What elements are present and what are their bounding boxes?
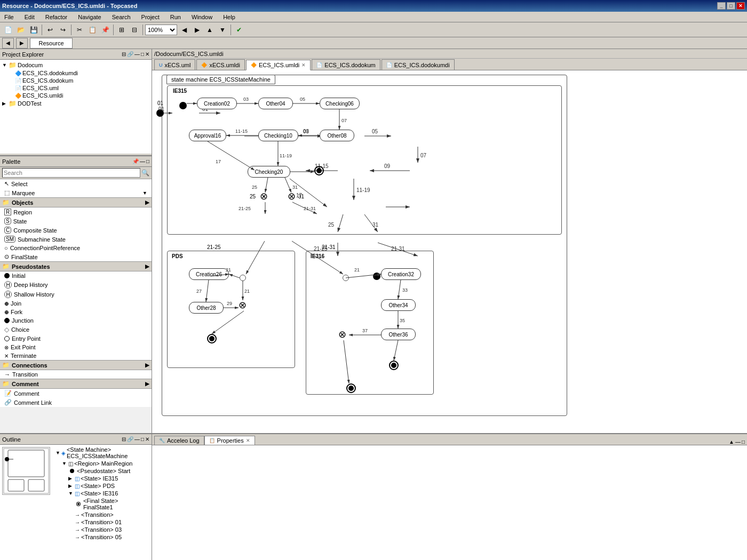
palette-section-pseudostates[interactable]: 📁 Pseudostates ▶ — [0, 261, 152, 271]
tree-item-ecs-dodokumdi[interactable]: 🔷 ECS_ICS.dodokumdi — [6, 69, 152, 77]
tree-item-ecs-umldi[interactable]: 🔶 ECS_ICS.umldi — [6, 92, 152, 99]
acceleo-log-tab[interactable]: 🔧 Acceleo Log — [154, 436, 204, 445]
state-checking06[interactable]: Checking06 — [320, 98, 360, 109]
palette-item-comment-link[interactable]: 🔗 Comment Link — [0, 398, 152, 407]
zoom-reset-button[interactable]: ▼ — [217, 24, 228, 36]
pe-maximize[interactable]: □ — [141, 51, 144, 57]
state-checking10[interactable]: Checking10 — [258, 130, 298, 141]
tab-ecs-ics-umldi[interactable]: 🔶 ECS_ICS.umldi ✕ — [246, 60, 311, 70]
outline-minimize[interactable]: — — [134, 436, 140, 442]
tree-finalstate1[interactable]: <Final State> FinalState1 — [73, 497, 150, 511]
pe-minimize[interactable]: — — [134, 51, 140, 57]
palette-item-connection-point[interactable]: ○ ConnectionPointReference — [0, 244, 152, 252]
tab-close-icon[interactable]: ✕ — [301, 62, 306, 68]
tree-item-ecs-dodokum[interactable]: 📄 ECS_ICS.dodokum — [6, 77, 152, 84]
redo-button[interactable]: ↪ — [57, 24, 69, 36]
paste-button[interactable]: 📌 — [99, 24, 111, 36]
minimize-button[interactable]: _ — [717, 2, 726, 10]
new-button[interactable]: 📄 — [2, 24, 14, 36]
title-bar-controls[interactable]: _ □ ✕ — [717, 2, 745, 10]
close-button[interactable]: ✕ — [736, 2, 745, 10]
state-other08[interactable]: Other08 — [320, 130, 354, 141]
tab-ecs-dodokum[interactable]: 📄 ECS_ICS.dodokum — [312, 59, 380, 70]
menu-file[interactable]: File — [2, 13, 16, 21]
tab-ecs-dodokumdi[interactable]: 📄 ECS_ICS.dodokumdi — [382, 59, 455, 70]
nav-back[interactable]: ◀ — [2, 38, 14, 49]
tree-transition-01[interactable]: → <Transition> 01 — [73, 518, 150, 526]
outline-close[interactable]: ✕ — [145, 436, 149, 442]
palette-minimize[interactable]: — — [140, 158, 145, 164]
palette-pin[interactable]: 📌 — [132, 158, 139, 164]
palette-item-transition[interactable]: → Transition — [0, 370, 152, 379]
resource-label[interactable]: Resource — [30, 38, 73, 49]
open-button[interactable]: 📂 — [15, 24, 27, 36]
tree-item-dodtest[interactable]: ▶ 📁 DODTest — [0, 99, 152, 108]
align-button[interactable]: ⊞ — [116, 24, 128, 36]
cut-button[interactable]: ✂ — [74, 24, 85, 36]
tab-xecs-umldi[interactable]: 🔶 xECS.umldi — [196, 59, 244, 70]
tree-region[interactable]: ▼ ◫ <Region> MainRegion — [60, 460, 150, 467]
tree-state-ie316[interactable]: ▼ ◫ <State> IE316 — [66, 490, 150, 497]
palette-tool-marquee[interactable]: ⬚ Marquee ▼ — [0, 188, 152, 197]
state-other04[interactable]: Other04 — [258, 98, 293, 109]
palette-item-deep-history[interactable]: H Deep History — [0, 280, 152, 290]
pe-close[interactable]: ✕ — [145, 51, 149, 57]
menu-edit[interactable]: Edit — [22, 13, 37, 21]
state-approval16[interactable]: Approval16 — [189, 130, 226, 141]
palette-item-submachine-state[interactable]: SM Submachine State — [0, 235, 152, 244]
palette-item-fork[interactable]: ⊕ Fork — [0, 308, 152, 316]
palette-item-state[interactable]: S State — [0, 217, 152, 226]
menu-search[interactable]: Search — [110, 13, 133, 21]
state-ie315[interactable]: IE315 Creation02 Other04 Checking06 Othe… — [167, 85, 562, 235]
tree-transition-03[interactable]: → <Transition> 03 — [73, 526, 150, 533]
nav-forward[interactable]: ▶ — [16, 38, 28, 49]
pe-collapse-all[interactable]: ⊟ — [122, 51, 126, 57]
diagram-area[interactable]: state machine ECS_ICSStateMachine 01 — [152, 70, 747, 433]
layout-button[interactable]: ⊟ — [129, 24, 140, 36]
state-creation32[interactable]: Creation32 — [381, 268, 421, 280]
zoom-fit-button[interactable]: ▲ — [204, 24, 216, 36]
undo-button[interactable]: ↩ — [44, 24, 56, 36]
palette-search-input[interactable] — [2, 168, 140, 178]
state-checking20[interactable]: Checking20 — [248, 166, 290, 178]
palette-item-composite-state[interactable]: C Composite State — [0, 226, 152, 235]
save-button[interactable]: 💾 — [28, 24, 39, 36]
palette-section-comment[interactable]: 📁 Comment ▶ — [0, 379, 152, 389]
state-ie316[interactable]: IE316 Creation32 Other34 Other36 ⊗ — [306, 251, 434, 395]
palette-section-connections[interactable]: 📁 Connections ▶ — [0, 360, 152, 370]
palette-item-region[interactable]: R Region — [0, 207, 152, 217]
tree-item-dodocum[interactable]: ▼ 📁 Dodocum — [0, 61, 152, 69]
palette-item-comment[interactable]: 📝 Comment — [0, 389, 152, 398]
tree-transition-05[interactable]: → <Transition> 05 — [73, 533, 150, 541]
palette-item-junction[interactable]: Junction — [0, 316, 152, 325]
pe-link[interactable]: 🔗 — [127, 51, 133, 57]
menu-project[interactable]: Project — [139, 13, 162, 21]
outline-maximize[interactable]: □ — [141, 436, 144, 442]
palette-tool-select[interactable]: ↖ Select — [0, 179, 152, 188]
state-creation02[interactable]: Creation02 — [197, 98, 237, 109]
menu-window[interactable]: Window — [189, 13, 214, 21]
state-other36[interactable]: Other36 — [381, 329, 416, 340]
palette-item-exit-point[interactable]: ⊗ Exit Point — [0, 343, 152, 351]
palette-section-objects[interactable]: 📁 Objects ▶ — [0, 197, 152, 207]
palette-item-shallow-history[interactable]: H Shallow History — [0, 290, 152, 299]
tree-state-pds[interactable]: ▶ ◫ <State> PDS — [66, 482, 150, 490]
copy-button[interactable]: 📋 — [86, 24, 98, 36]
palette-item-choice[interactable]: ◇ Choice — [0, 325, 152, 334]
bottom-panel-maximize[interactable]: □ — [742, 439, 745, 445]
zoom-out-button[interactable]: ▶ — [191, 24, 203, 36]
palette-item-final-state[interactable]: ⊙ FinalState — [0, 252, 152, 261]
tree-state-ie315[interactable]: ▶ ◫ <State> IE315 — [66, 475, 150, 482]
state-creation26[interactable]: Creation26 — [189, 268, 229, 280]
menu-run[interactable]: Run — [168, 13, 183, 21]
properties-close-icon[interactable]: ✕ — [246, 438, 250, 443]
outline-collapse[interactable]: ⊟ — [122, 436, 126, 442]
bottom-panel-minimize[interactable]: — — [735, 439, 741, 445]
palette-maximize[interactable]: □ — [146, 158, 149, 164]
palette-item-initial[interactable]: Initial — [0, 271, 152, 280]
menu-help[interactable]: Help — [221, 13, 237, 21]
outline-link[interactable]: 🔗 — [127, 436, 133, 442]
zoom-in-button[interactable]: ◀ — [178, 24, 190, 36]
tree-pseudostate[interactable]: <Pseudostate> Start — [66, 467, 150, 475]
tree-sm[interactable]: ▼ ◈ <State Machine> ECS_ICSStateMachine — [53, 446, 150, 460]
